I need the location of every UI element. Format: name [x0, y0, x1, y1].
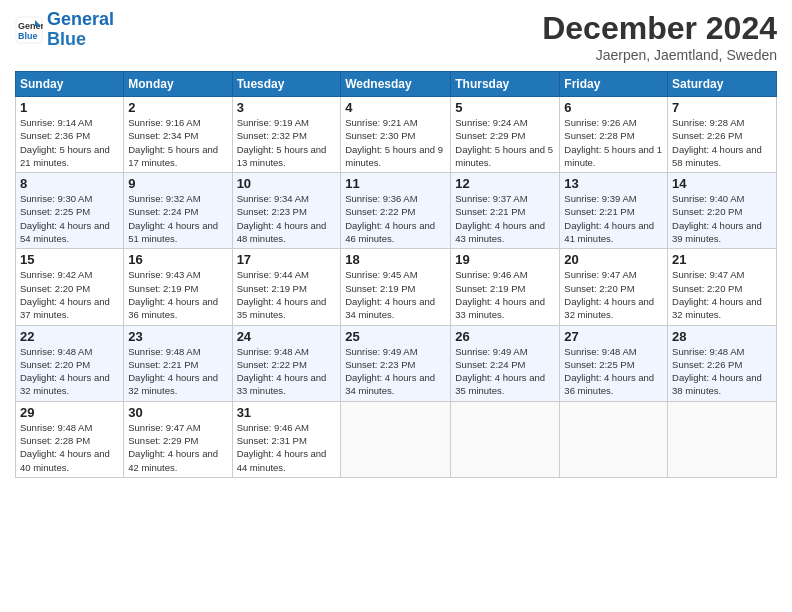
- calendar-cell: 1Sunrise: 9:14 AM Sunset: 2:36 PM Daylig…: [16, 97, 124, 173]
- logo-text: General: [47, 10, 114, 30]
- day-info: Sunrise: 9:30 AM Sunset: 2:25 PM Dayligh…: [20, 192, 119, 245]
- calendar-week-row: 8Sunrise: 9:30 AM Sunset: 2:25 PM Daylig…: [16, 173, 777, 249]
- day-number: 24: [237, 329, 337, 344]
- day-number: 23: [128, 329, 227, 344]
- weekday-header-tuesday: Tuesday: [232, 72, 341, 97]
- day-info: Sunrise: 9:45 AM Sunset: 2:19 PM Dayligh…: [345, 268, 446, 321]
- calendar-cell: [341, 401, 451, 477]
- calendar-cell: 15Sunrise: 9:42 AM Sunset: 2:20 PM Dayli…: [16, 249, 124, 325]
- day-number: 8: [20, 176, 119, 191]
- calendar-week-row: 22Sunrise: 9:48 AM Sunset: 2:20 PM Dayli…: [16, 325, 777, 401]
- day-info: Sunrise: 9:48 AM Sunset: 2:22 PM Dayligh…: [237, 345, 337, 398]
- day-info: Sunrise: 9:48 AM Sunset: 2:21 PM Dayligh…: [128, 345, 227, 398]
- day-info: Sunrise: 9:49 AM Sunset: 2:23 PM Dayligh…: [345, 345, 446, 398]
- day-info: Sunrise: 9:43 AM Sunset: 2:19 PM Dayligh…: [128, 268, 227, 321]
- calendar-cell: [668, 401, 777, 477]
- calendar-cell: 24Sunrise: 9:48 AM Sunset: 2:22 PM Dayli…: [232, 325, 341, 401]
- calendar-table: SundayMondayTuesdayWednesdayThursdayFrid…: [15, 71, 777, 478]
- day-number: 25: [345, 329, 446, 344]
- calendar-cell: 6Sunrise: 9:26 AM Sunset: 2:28 PM Daylig…: [560, 97, 668, 173]
- day-number: 20: [564, 252, 663, 267]
- weekday-header-friday: Friday: [560, 72, 668, 97]
- calendar-week-row: 15Sunrise: 9:42 AM Sunset: 2:20 PM Dayli…: [16, 249, 777, 325]
- day-number: 11: [345, 176, 446, 191]
- calendar-cell: 8Sunrise: 9:30 AM Sunset: 2:25 PM Daylig…: [16, 173, 124, 249]
- day-info: Sunrise: 9:48 AM Sunset: 2:25 PM Dayligh…: [564, 345, 663, 398]
- day-number: 3: [237, 100, 337, 115]
- calendar-cell: [451, 401, 560, 477]
- svg-text:Blue: Blue: [18, 31, 38, 41]
- day-info: Sunrise: 9:28 AM Sunset: 2:26 PM Dayligh…: [672, 116, 772, 169]
- day-info: Sunrise: 9:48 AM Sunset: 2:28 PM Dayligh…: [20, 421, 119, 474]
- day-number: 18: [345, 252, 446, 267]
- calendar-cell: 13Sunrise: 9:39 AM Sunset: 2:21 PM Dayli…: [560, 173, 668, 249]
- page: General Blue General Blue December 2024 …: [0, 0, 792, 612]
- location: Jaerpen, Jaemtland, Sweden: [542, 47, 777, 63]
- calendar-cell: 30Sunrise: 9:47 AM Sunset: 2:29 PM Dayli…: [124, 401, 232, 477]
- day-info: Sunrise: 9:46 AM Sunset: 2:31 PM Dayligh…: [237, 421, 337, 474]
- day-info: Sunrise: 9:40 AM Sunset: 2:20 PM Dayligh…: [672, 192, 772, 245]
- day-info: Sunrise: 9:26 AM Sunset: 2:28 PM Dayligh…: [564, 116, 663, 169]
- day-number: 30: [128, 405, 227, 420]
- calendar-cell: 3Sunrise: 9:19 AM Sunset: 2:32 PM Daylig…: [232, 97, 341, 173]
- calendar-cell: 29Sunrise: 9:48 AM Sunset: 2:28 PM Dayli…: [16, 401, 124, 477]
- weekday-header-sunday: Sunday: [16, 72, 124, 97]
- day-info: Sunrise: 9:32 AM Sunset: 2:24 PM Dayligh…: [128, 192, 227, 245]
- title-block: December 2024 Jaerpen, Jaemtland, Sweden: [542, 10, 777, 63]
- logo-text2: Blue: [47, 30, 114, 50]
- day-number: 4: [345, 100, 446, 115]
- calendar-cell: 25Sunrise: 9:49 AM Sunset: 2:23 PM Dayli…: [341, 325, 451, 401]
- day-number: 6: [564, 100, 663, 115]
- logo-icon: General Blue: [15, 16, 43, 44]
- calendar-cell: 22Sunrise: 9:48 AM Sunset: 2:20 PM Dayli…: [16, 325, 124, 401]
- calendar-cell: 4Sunrise: 9:21 AM Sunset: 2:30 PM Daylig…: [341, 97, 451, 173]
- day-info: Sunrise: 9:24 AM Sunset: 2:29 PM Dayligh…: [455, 116, 555, 169]
- calendar-cell: 19Sunrise: 9:46 AM Sunset: 2:19 PM Dayli…: [451, 249, 560, 325]
- day-number: 26: [455, 329, 555, 344]
- calendar-cell: 20Sunrise: 9:47 AM Sunset: 2:20 PM Dayli…: [560, 249, 668, 325]
- day-number: 13: [564, 176, 663, 191]
- day-info: Sunrise: 9:14 AM Sunset: 2:36 PM Dayligh…: [20, 116, 119, 169]
- calendar-cell: 31Sunrise: 9:46 AM Sunset: 2:31 PM Dayli…: [232, 401, 341, 477]
- day-info: Sunrise: 9:19 AM Sunset: 2:32 PM Dayligh…: [237, 116, 337, 169]
- day-info: Sunrise: 9:34 AM Sunset: 2:23 PM Dayligh…: [237, 192, 337, 245]
- day-info: Sunrise: 9:48 AM Sunset: 2:20 PM Dayligh…: [20, 345, 119, 398]
- day-info: Sunrise: 9:36 AM Sunset: 2:22 PM Dayligh…: [345, 192, 446, 245]
- day-info: Sunrise: 9:16 AM Sunset: 2:34 PM Dayligh…: [128, 116, 227, 169]
- day-number: 19: [455, 252, 555, 267]
- day-number: 28: [672, 329, 772, 344]
- day-info: Sunrise: 9:47 AM Sunset: 2:20 PM Dayligh…: [564, 268, 663, 321]
- day-number: 2: [128, 100, 227, 115]
- logo: General Blue General Blue: [15, 10, 114, 50]
- calendar-cell: 16Sunrise: 9:43 AM Sunset: 2:19 PM Dayli…: [124, 249, 232, 325]
- calendar-cell: 9Sunrise: 9:32 AM Sunset: 2:24 PM Daylig…: [124, 173, 232, 249]
- day-number: 17: [237, 252, 337, 267]
- month-title: December 2024: [542, 10, 777, 47]
- calendar-cell: 28Sunrise: 9:48 AM Sunset: 2:26 PM Dayli…: [668, 325, 777, 401]
- day-number: 31: [237, 405, 337, 420]
- day-number: 5: [455, 100, 555, 115]
- weekday-header-saturday: Saturday: [668, 72, 777, 97]
- day-number: 7: [672, 100, 772, 115]
- calendar-cell: 18Sunrise: 9:45 AM Sunset: 2:19 PM Dayli…: [341, 249, 451, 325]
- weekday-header-row: SundayMondayTuesdayWednesdayThursdayFrid…: [16, 72, 777, 97]
- calendar-cell: 7Sunrise: 9:28 AM Sunset: 2:26 PM Daylig…: [668, 97, 777, 173]
- calendar-cell: 14Sunrise: 9:40 AM Sunset: 2:20 PM Dayli…: [668, 173, 777, 249]
- weekday-header-wednesday: Wednesday: [341, 72, 451, 97]
- calendar-cell: 17Sunrise: 9:44 AM Sunset: 2:19 PM Dayli…: [232, 249, 341, 325]
- day-number: 12: [455, 176, 555, 191]
- calendar-cell: 12Sunrise: 9:37 AM Sunset: 2:21 PM Dayli…: [451, 173, 560, 249]
- calendar-cell: 5Sunrise: 9:24 AM Sunset: 2:29 PM Daylig…: [451, 97, 560, 173]
- day-info: Sunrise: 9:48 AM Sunset: 2:26 PM Dayligh…: [672, 345, 772, 398]
- calendar-cell: 23Sunrise: 9:48 AM Sunset: 2:21 PM Dayli…: [124, 325, 232, 401]
- day-info: Sunrise: 9:47 AM Sunset: 2:20 PM Dayligh…: [672, 268, 772, 321]
- day-number: 15: [20, 252, 119, 267]
- day-number: 29: [20, 405, 119, 420]
- day-info: Sunrise: 9:39 AM Sunset: 2:21 PM Dayligh…: [564, 192, 663, 245]
- day-info: Sunrise: 9:44 AM Sunset: 2:19 PM Dayligh…: [237, 268, 337, 321]
- day-info: Sunrise: 9:21 AM Sunset: 2:30 PM Dayligh…: [345, 116, 446, 169]
- weekday-header-thursday: Thursday: [451, 72, 560, 97]
- day-number: 16: [128, 252, 227, 267]
- day-number: 22: [20, 329, 119, 344]
- day-number: 21: [672, 252, 772, 267]
